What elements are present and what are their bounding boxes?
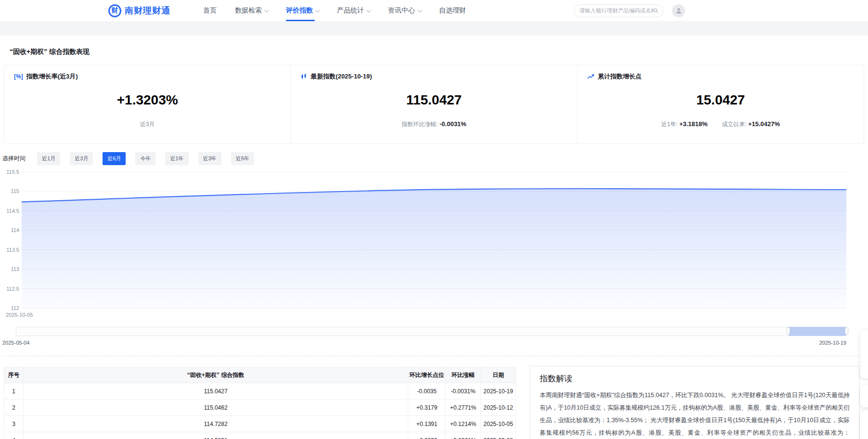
navbar-right <box>574 4 685 17</box>
brand-name: 南财理财通 <box>125 5 170 16</box>
stat-value-cumulative: 15.0427 <box>587 92 854 108</box>
time-filter-label: 选择时间 <box>2 155 26 163</box>
col-header-pct: 环比涨幅 <box>446 367 481 383</box>
table-row[interactable]: 3114.7282+0.1391+0.1214%2025-10-05 <box>4 416 516 432</box>
trend-up-icon <box>587 74 595 80</box>
nav-item-评价指数[interactable]: 评价指数 <box>286 0 319 21</box>
user-icon <box>675 7 682 14</box>
index-trend-chart[interactable]: 115.5115114.5114113.5113112.5112 <box>0 168 868 313</box>
stat-label: 最新指数(2025-10-19) <box>311 72 372 81</box>
chevron-down-icon <box>264 8 269 13</box>
col-header-index: “固收+期权” 综合指数 <box>23 367 408 383</box>
row-index-value: 115.0427 <box>23 383 408 400</box>
floating-side-widget-1[interactable] <box>860 330 868 378</box>
y-axis-tick: 114.5 <box>0 208 19 214</box>
row-point-change: +0.1391 <box>408 416 446 432</box>
brand-logo[interactable]: 财 南财理财通 <box>108 4 170 17</box>
row-no: 3 <box>4 416 24 432</box>
stat-label: 指数增长率(近3月) <box>26 72 78 81</box>
table-row[interactable]: 2115.0462+0.3179+0.2771%2025-10-12 <box>4 400 516 416</box>
row-date: 2025-10-12 <box>481 400 516 416</box>
stat-card-growth-rate: [%] 指数增长率(近3月) +1.3203% 近3月 <box>4 65 290 143</box>
time-range-button-近1年[interactable]: 近1年 <box>165 152 188 165</box>
nav-item-label: 评价指数 <box>286 6 313 15</box>
stat-sub-cumulative: 近1年: +3.1818% 成立以来: +15.0427% <box>587 120 854 129</box>
nav-item-数据检索[interactable]: 数据检索 <box>235 0 268 21</box>
slider-selected-window[interactable] <box>789 327 846 336</box>
slider-handle-right[interactable] <box>845 327 848 335</box>
sub1-label: 近1年: <box>661 121 678 128</box>
main-nav: 首页数据检索评价指数产品统计资讯中心自选理财 <box>203 0 466 21</box>
time-range-button-近3年[interactable]: 近3年 <box>198 152 221 165</box>
row-date: 2025-10-19 <box>481 383 516 400</box>
user-avatar[interactable] <box>672 4 685 17</box>
stat-sub-latest-index: 指数环比涨幅: -0.0031% <box>300 120 567 129</box>
row-pct-change: +0.0261% <box>446 432 481 439</box>
stat-label: 累计指数增长点 <box>598 72 642 81</box>
col-header-no: 序号 <box>4 367 24 383</box>
col-header-date: 日期 <box>481 367 516 383</box>
row-point-change: -0.0035 <box>408 383 446 400</box>
row-point-change: +0.0299 <box>408 432 446 439</box>
y-axis-tick: 113.5 <box>0 247 19 253</box>
chevron-down-icon <box>417 8 422 13</box>
y-axis-tick: 115.5 <box>0 169 19 175</box>
index-interpretation-panel: 指数解读 本周南财理财通“固收+期权”综合指数为115.0427，环比下跌0.0… <box>530 366 860 439</box>
row-index-value: 114.7282 <box>23 416 408 432</box>
time-filter-buttons: 近1月近3月近6月今年近1年近3年近5年 <box>37 152 254 165</box>
row-pct-change: +0.1214% <box>446 416 481 432</box>
time-range-button-近3月[interactable]: 近3月 <box>70 152 93 165</box>
row-index-value: 115.0462 <box>23 400 408 416</box>
x-axis-label: 2025-10-05 <box>6 312 33 318</box>
slider-start-date: 2025-05-04 <box>2 340 29 346</box>
interpretation-title: 指数解读 <box>540 373 850 384</box>
date-range-slider[interactable] <box>16 327 846 336</box>
row-pct-change: -0.0031% <box>446 383 481 400</box>
sub2-value: +15.0427% <box>748 120 780 128</box>
stat-sub-growth-rate: 近3月 <box>14 120 281 129</box>
row-date: 2025-09-28 <box>481 432 516 439</box>
row-point-change: +0.3179 <box>408 400 446 416</box>
page: 财 南财理财通 首页数据检索评价指数产品统计资讯中心自选理财 “固收+期权” 综… <box>0 0 868 439</box>
y-axis-tick: 115 <box>0 188 19 194</box>
table-row[interactable]: 1115.0427-0.0035-0.0031%2025-10-19 <box>4 383 516 400</box>
stat-card-cumulative: 累计指数增长点 15.0427 近1年: +3.1818% 成立以来: +15.… <box>577 65 864 143</box>
section-divider <box>2 356 864 356</box>
product-search[interactable] <box>574 4 663 17</box>
nav-item-自选理财[interactable]: 自选理财 <box>439 0 466 21</box>
y-axis-tick: 112 <box>0 305 19 311</box>
nav-item-label: 资讯中心 <box>388 6 415 15</box>
nav-item-资讯中心[interactable]: 资讯中心 <box>388 0 421 21</box>
nav-item-产品统计[interactable]: 产品统计 <box>337 0 370 21</box>
time-range-button-今年[interactable]: 今年 <box>135 152 155 165</box>
sub2-label: 成立以来: <box>722 121 746 128</box>
slider-handle-left[interactable] <box>787 327 790 335</box>
sub-value: -0.0031% <box>440 120 466 128</box>
sub-label: 指数环比涨幅: <box>402 121 438 128</box>
index-history-table: 序号 “固收+期权” 综合指数 环比增长点位 环比涨幅 日期 1115.0427… <box>4 367 516 439</box>
page-title: “固收+期权” 综合指数表现 <box>10 48 90 56</box>
stats-cards: [%] 指数增长率(近3月) +1.3203% 近3月 最新指数(2025-10… <box>4 65 864 144</box>
nav-item-label: 产品统计 <box>337 6 364 15</box>
stat-value-latest-index: 115.0427 <box>300 92 567 108</box>
search-icon[interactable] <box>653 7 658 14</box>
nav-item-首页[interactable]: 首页 <box>203 0 217 21</box>
col-header-point: 环比增长点位 <box>408 367 446 383</box>
table-row[interactable]: 4114.5891+0.0299+0.0261%2025-09-28 <box>4 432 516 439</box>
time-range-button-近1月[interactable]: 近1月 <box>37 152 60 165</box>
floating-side-widget-2[interactable] <box>860 385 868 407</box>
nav-item-label: 数据检索 <box>235 6 262 15</box>
search-input[interactable] <box>579 8 653 13</box>
top-navbar: 财 南财理财通 首页数据检索评价指数产品统计资讯中心自选理财 <box>0 0 868 21</box>
row-pct-change: +0.2771% <box>446 400 481 416</box>
row-no: 1 <box>4 383 24 400</box>
stat-card-latest-index: 最新指数(2025-10-19) 115.0427 指数环比涨幅: -0.003… <box>290 65 577 143</box>
time-filter: 选择时间 近1月近3月近6月今年近1年近3年近5年 <box>2 152 254 165</box>
time-range-button-近5年[interactable]: 近5年 <box>231 152 254 165</box>
floating-side-widget-3[interactable] <box>860 410 868 439</box>
percent-box-icon: [%] <box>14 73 23 80</box>
table-header-row: 序号 “固收+期权” 综合指数 环比增长点位 环比涨幅 日期 <box>4 367 516 383</box>
row-date: 2025-10-05 <box>481 416 516 432</box>
y-axis-tick: 114 <box>0 227 19 233</box>
time-range-button-近6月[interactable]: 近6月 <box>103 152 126 165</box>
